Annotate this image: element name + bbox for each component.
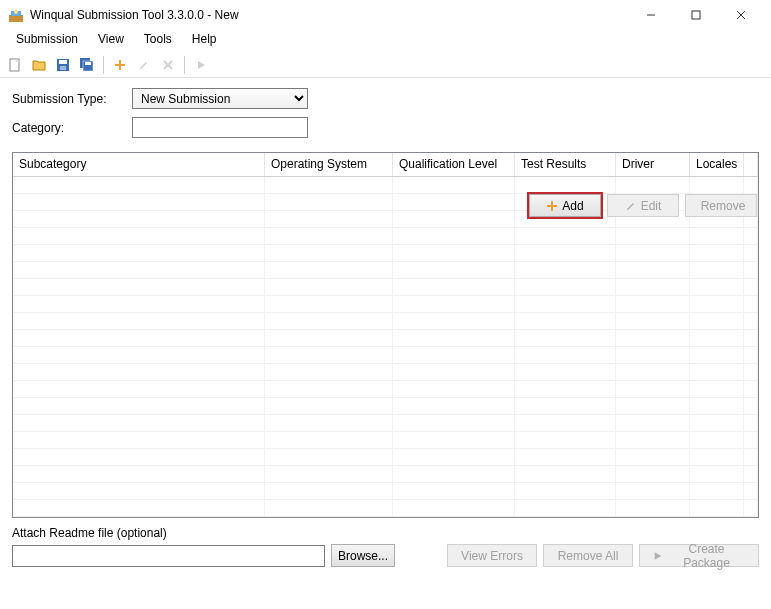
col-driver[interactable]: Driver: [616, 153, 690, 176]
view-errors-label: View Errors: [461, 549, 523, 563]
toolbar-separator: [184, 56, 185, 74]
toolbar: [0, 52, 771, 78]
table-row[interactable]: [13, 313, 758, 330]
table-row[interactable]: [13, 483, 758, 500]
minimize-button[interactable]: [628, 0, 673, 30]
titlebar: Winqual Submission Tool 3.3.0.0 - New: [0, 0, 771, 30]
table-row[interactable]: [13, 330, 758, 347]
action-button-row: Add Edit Remove: [529, 194, 757, 217]
grid-body: [13, 177, 758, 517]
delete-icon: [157, 54, 179, 76]
table-row[interactable]: [13, 228, 758, 245]
add-button-label: Add: [562, 199, 583, 213]
menubar: Submission View Tools Help: [0, 30, 771, 52]
play-icon: [652, 550, 663, 562]
table-row[interactable]: [13, 415, 758, 432]
category-label: Category:: [12, 121, 132, 135]
table-row[interactable]: [13, 245, 758, 262]
remove-all-label: Remove All: [558, 549, 619, 563]
remove-button: Remove: [685, 194, 757, 217]
col-subcategory[interactable]: Subcategory: [13, 153, 265, 176]
toolbar-separator: [103, 56, 104, 74]
menu-tools[interactable]: Tools: [134, 30, 182, 52]
submission-type-label: Submission Type:: [12, 92, 132, 106]
open-folder-icon[interactable]: [28, 54, 50, 76]
grid-header: Subcategory Operating System Qualificati…: [13, 153, 758, 177]
svg-rect-11: [60, 66, 66, 70]
app-icon: [8, 7, 24, 23]
save-icon[interactable]: [52, 54, 74, 76]
menu-help[interactable]: Help: [182, 30, 227, 52]
col-operating-system[interactable]: Operating System: [265, 153, 393, 176]
menu-submission[interactable]: Submission: [6, 30, 88, 52]
table-row[interactable]: [13, 347, 758, 364]
submission-type-select[interactable]: New Submission: [132, 88, 308, 109]
run-icon: [190, 54, 212, 76]
remove-button-label: Remove: [701, 199, 746, 213]
svg-rect-0: [9, 15, 23, 22]
svg-marker-24: [655, 552, 661, 559]
pencil-icon: [625, 200, 637, 212]
table-row[interactable]: [13, 398, 758, 415]
remove-all-button: Remove All: [543, 544, 633, 567]
new-file-icon[interactable]: [4, 54, 26, 76]
table-row[interactable]: [13, 500, 758, 517]
table-row[interactable]: [13, 432, 758, 449]
col-spacer: [744, 153, 758, 176]
svg-point-2: [14, 10, 18, 14]
table-row[interactable]: [13, 381, 758, 398]
create-package-button: Create Package: [639, 544, 759, 567]
svg-rect-10: [59, 60, 67, 64]
table-row[interactable]: [13, 262, 758, 279]
bottom-area: Attach Readme file (optional) Browse... …: [0, 518, 771, 579]
edit-button: Edit: [607, 194, 679, 217]
browse-button-label: Browse...: [338, 549, 388, 563]
col-locales[interactable]: Locales: [690, 153, 744, 176]
edit-button-label: Edit: [641, 199, 662, 213]
edit-icon: [133, 54, 155, 76]
browse-button[interactable]: Browse...: [331, 544, 395, 567]
create-package-label: Create Package: [667, 542, 746, 570]
attach-readme-input[interactable]: [12, 545, 325, 567]
save-all-icon[interactable]: [76, 54, 98, 76]
maximize-button[interactable]: [673, 0, 718, 30]
view-errors-button: View Errors: [447, 544, 537, 567]
table-row[interactable]: [13, 364, 758, 381]
col-test-results[interactable]: Test Results: [515, 153, 616, 176]
svg-rect-4: [692, 11, 700, 19]
add-button[interactable]: Add: [529, 194, 601, 217]
window-title: Winqual Submission Tool 3.3.0.0 - New: [30, 8, 628, 22]
table-row[interactable]: [13, 449, 758, 466]
col-qualification-level[interactable]: Qualification Level: [393, 153, 515, 176]
table-row[interactable]: [13, 296, 758, 313]
menu-view[interactable]: View: [88, 30, 134, 52]
table-row[interactable]: [13, 279, 758, 296]
table-row[interactable]: [13, 466, 758, 483]
close-button[interactable]: [718, 0, 763, 30]
svg-rect-14: [85, 62, 91, 65]
form-area: Submission Type: New Submission Category…: [0, 78, 771, 152]
category-input[interactable]: [132, 117, 308, 138]
add-icon[interactable]: [109, 54, 131, 76]
plus-icon: [546, 200, 558, 212]
table-row[interactable]: [13, 177, 758, 194]
attach-readme-label: Attach Readme file (optional): [12, 526, 759, 540]
svg-marker-19: [198, 61, 205, 69]
